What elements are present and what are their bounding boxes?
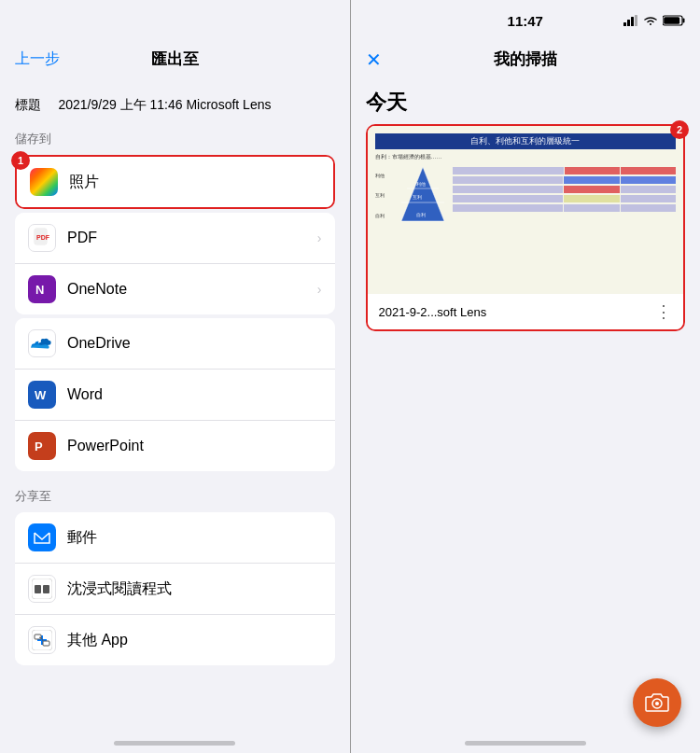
onedrive-icon: [28, 329, 56, 357]
scan-footer: 2021-9-2...soft Lens ⋮: [368, 294, 684, 329]
svg-text:W: W: [35, 388, 47, 402]
menu-item-other[interactable]: 其他 App: [15, 615, 335, 665]
scan-name: 2021-9-2...soft Lens: [379, 305, 487, 319]
svg-point-30: [655, 702, 659, 705]
menu-item-onenote[interactable]: N OneNote ›: [15, 264, 335, 314]
svg-text:互利: 互利: [413, 194, 422, 200]
badge-1: 1: [11, 151, 30, 170]
right-panel: 11:47 ✕ 我的掃描: [351, 0, 701, 753]
signal-icon: [623, 15, 638, 26]
left-meta: 標題 2021/9/29 上午 11:46 Microsoft Lens: [0, 77, 350, 123]
share-section-header: 分享至: [0, 481, 350, 510]
menu-item-mail[interactable]: 郵件: [15, 512, 335, 564]
pyramid-svg: 自利 互利 利他: [398, 165, 449, 226]
mail-label: 郵件: [67, 528, 322, 548]
immersive-icon: [28, 575, 56, 603]
left-panel: 上一步 匯出至 標題 2021/9/29 上午 11:46 Microsoft …: [0, 0, 350, 753]
photos-label: 照片: [69, 173, 320, 192]
meta-label: 標題: [15, 97, 41, 112]
onenote-label: OneNote: [67, 281, 317, 298]
other-icon: [28, 626, 56, 654]
svg-text:P: P: [35, 439, 43, 453]
status-icons: [623, 15, 685, 26]
section-today: 今天: [351, 77, 701, 124]
left-nav: 上一步 匯出至: [0, 41, 350, 77]
onenote-icon: N: [28, 275, 56, 303]
mail-icon: [28, 523, 56, 551]
pdf-chevron: ›: [317, 230, 322, 245]
share-group: 郵件 沈浸式閱讀程式 其他 Ap: [15, 512, 335, 665]
wifi-icon: [643, 15, 658, 26]
scan-more-button[interactable]: ⋮: [655, 301, 672, 322]
save-group-2: PDF PDF › N OneNote ›: [15, 213, 335, 314]
scan-thumbnail: 自利、利他和互利的層級統一 自利：市場經濟的根基…… 利他 互利 自利: [368, 126, 684, 294]
meta-value: 2021/9/29 上午 11:46 Microsoft Lens: [45, 97, 271, 112]
menu-item-word[interactable]: W Word: [15, 370, 335, 421]
back-button[interactable]: 上一步: [15, 49, 60, 69]
left-nav-title: 匯出至: [151, 49, 199, 70]
svg-rect-17: [627, 20, 630, 26]
scan-item[interactable]: 自利、利他和互利的層級統一 自利：市場經濟的根基…… 利他 互利 自利: [366, 124, 686, 331]
save-section-header: 儲存到: [0, 123, 350, 153]
battery-icon: [663, 15, 685, 26]
menu-item-photos[interactable]: 照片: [17, 157, 333, 207]
ppt-icon: P: [28, 432, 56, 460]
svg-rect-22: [664, 17, 679, 24]
menu-item-immersive[interactable]: 沈浸式閱讀程式: [15, 564, 335, 615]
svg-rect-16: [623, 22, 626, 26]
svg-text:利他: 利他: [416, 181, 426, 187]
svg-text:自利: 自利: [416, 212, 426, 217]
svg-text:PDF: PDF: [36, 234, 50, 241]
menu-item-powerpoint[interactable]: P PowerPoint: [15, 421, 335, 471]
onenote-chevron: ›: [317, 282, 322, 297]
other-label: 其他 App: [67, 631, 322, 650]
onedrive-label: OneDrive: [67, 335, 322, 352]
right-status-bar: 11:47: [351, 0, 701, 41]
svg-rect-11: [35, 585, 41, 593]
right-nav: ✕ 我的掃描: [351, 41, 701, 77]
menu-item-pdf[interactable]: PDF PDF ›: [15, 213, 335, 264]
camera-icon: [645, 692, 669, 713]
save-group-3: OneDrive W Word P PowerPoint: [15, 318, 335, 471]
svg-rect-19: [635, 15, 637, 26]
pdf-label: PDF: [67, 230, 317, 246]
svg-rect-18: [631, 17, 634, 26]
word-icon: W: [28, 381, 56, 409]
home-indicator-right: [465, 741, 586, 746]
svg-rect-21: [683, 19, 685, 23]
word-label: Word: [67, 386, 322, 403]
svg-text:N: N: [35, 283, 44, 297]
camera-fab[interactable]: [633, 678, 681, 727]
doc-title: 自利、利他和互利的層級統一: [375, 133, 677, 149]
home-indicator-left: [114, 741, 235, 746]
pdf-icon: PDF: [28, 224, 56, 252]
scan-item-wrapper: 2 自利、利他和互利的層級統一 自利：市場經濟的根基…… 利他 互利 自利: [366, 124, 686, 331]
powerpoint-label: PowerPoint: [67, 438, 322, 454]
doc-preview: 自利、利他和互利的層級統一 自利：市場經濟的根基…… 利他 互利 自利: [368, 126, 684, 294]
photos-icon: [30, 168, 58, 196]
immersive-label: 沈浸式閱讀程式: [67, 579, 322, 599]
left-status-bar: [0, 0, 350, 41]
right-nav-title: 我的掃描: [494, 49, 557, 70]
close-button[interactable]: ✕: [366, 49, 382, 71]
svg-rect-12: [43, 585, 49, 593]
status-time: 11:47: [508, 13, 543, 29]
menu-item-onedrive[interactable]: OneDrive: [15, 318, 335, 370]
badge-2: 2: [670, 120, 689, 139]
scan-grid: 2 自利、利他和互利的層級統一 自利：市場經濟的根基…… 利他 互利 自利: [351, 124, 701, 331]
